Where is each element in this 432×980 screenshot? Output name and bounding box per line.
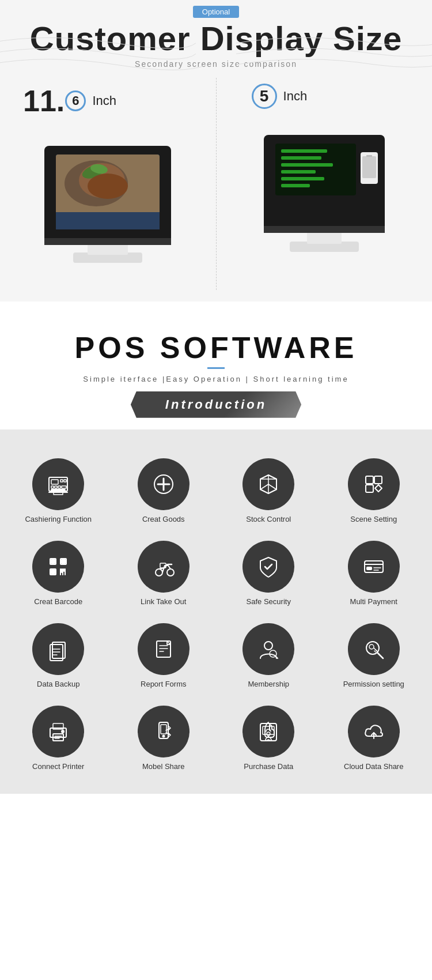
- svg-point-79: [264, 642, 272, 650]
- pos-small-svg: [249, 120, 399, 267]
- svg-point-61: [167, 569, 174, 576]
- scene-setting-icon-circle: [348, 458, 400, 510]
- pos-tagline: Simple iterface |Easy Operation | Short …: [12, 375, 420, 383]
- cashier-icon: [46, 472, 71, 497]
- svg-rect-46: [374, 476, 382, 484]
- feature-purchase-data: Purchase Data: [216, 700, 321, 777]
- data-backup-label: Data Backup: [37, 680, 79, 688]
- feature-safe-security: Safe Security: [216, 535, 321, 612]
- svg-rect-21: [281, 184, 310, 187]
- creat-barcode-icon-circle: [32, 541, 84, 593]
- svg-point-84: [369, 644, 374, 649]
- feature-membership: Membership: [216, 617, 321, 694]
- svg-line-83: [377, 653, 383, 658]
- pos-large-image: [6, 123, 210, 284]
- feature-report-forms: Report Forms: [111, 617, 217, 694]
- feature-cashiering-function: Cashiering Function: [6, 453, 111, 529]
- svg-rect-47: [366, 485, 373, 492]
- barcode-icon: [46, 554, 71, 579]
- scene-setting-label: Scene Setting: [350, 515, 397, 523]
- size-right-circle: 5: [252, 84, 277, 109]
- subtitle: Secondary screen size comparison: [0, 59, 432, 69]
- multi-payment-label: Multi Payment: [350, 597, 397, 606]
- size-comparison: 11.6 Inch: [0, 78, 432, 290]
- svg-rect-34: [51, 489, 65, 491]
- feature-data-backup: Data Backup: [6, 617, 111, 694]
- svg-rect-45: [366, 476, 373, 484]
- report-icon: [151, 636, 176, 662]
- creat-barcode-label: Creat Barcode: [34, 597, 82, 606]
- svg-rect-16: [281, 149, 327, 153]
- top-section: Optional Customer Display Size Secondary…: [0, 0, 432, 301]
- pos-software-title: POS SOFTWARE: [75, 330, 358, 369]
- link-take-out-label: Link Take Out: [141, 597, 186, 606]
- svg-rect-30: [51, 486, 54, 488]
- pos-small-image: [222, 114, 427, 275]
- key-icon: [361, 636, 386, 662]
- feature-creat-goods: Creat Goods: [111, 453, 217, 529]
- link-take-out-icon-circle: [138, 541, 190, 593]
- feature-permission-setting: Permission setting: [321, 617, 427, 694]
- cloud-data-share-icon-circle: [348, 706, 400, 757]
- intro-banner: Introduction: [131, 391, 301, 418]
- size-left-unit: Inch: [89, 93, 116, 108]
- size-left-circle: 6: [65, 91, 86, 111]
- svg-point-60: [156, 569, 162, 576]
- stock-control-label: Stock Control: [246, 515, 291, 523]
- multi-payment-icon-circle: [348, 541, 400, 593]
- size-left-number: 11.: [23, 84, 65, 118]
- size-left: 11.6 Inch: [0, 78, 217, 290]
- svg-rect-23: [362, 156, 376, 178]
- feature-link-take-out: Link Take Out: [111, 535, 217, 612]
- svg-rect-19: [281, 170, 316, 174]
- mobel-share-label: Mobel Share: [142, 762, 185, 771]
- svg-rect-25: [264, 226, 385, 233]
- safe-security-label: Safe Security: [247, 597, 291, 606]
- svg-rect-53: [62, 560, 65, 563]
- svg-line-43: [260, 484, 268, 489]
- svg-line-87: [374, 651, 376, 652]
- feature-scene-setting: Scene Setting: [321, 453, 427, 529]
- svg-rect-36: [54, 492, 63, 495]
- card-icon: [361, 554, 386, 579]
- connect-printer-label: Connect Printer: [32, 762, 84, 771]
- svg-point-9: [88, 174, 128, 199]
- membership-icon-circle: [242, 623, 294, 675]
- svg-rect-73: [157, 641, 170, 657]
- features-section: Cashiering Function Creat Goods: [0, 429, 432, 794]
- purchase-data-label: Purchase Data: [244, 762, 293, 771]
- mobel-share-icon-circle: [138, 706, 190, 757]
- size-right: 5 Inch: [217, 78, 433, 281]
- svg-line-44: [268, 484, 276, 489]
- cashiering-function-label: Cashiering Function: [25, 515, 92, 523]
- svg-rect-11: [44, 238, 171, 245]
- purchase-data-icon-circle: [242, 706, 294, 757]
- cashiering-function-icon-circle: [32, 458, 84, 510]
- box-icon: [256, 472, 281, 497]
- features-grid: Cashiering Function Creat Goods: [6, 447, 426, 782]
- stock-control-icon-circle: [242, 458, 294, 510]
- plus-icon: [151, 472, 176, 497]
- shield-icon: [256, 554, 281, 579]
- feature-multi-payment: Multi Payment: [321, 535, 427, 612]
- svg-point-93: [62, 730, 64, 733]
- feature-creat-barcode: Creat Barcode: [6, 535, 111, 612]
- feature-cloud-data-share: Cloud Data Share: [321, 700, 427, 777]
- svg-rect-10: [56, 212, 160, 229]
- svg-rect-65: [367, 567, 372, 570]
- data-backup-icon-circle: [32, 623, 84, 675]
- optional-badge: Optional: [193, 6, 239, 18]
- svg-rect-54: [51, 570, 55, 574]
- svg-rect-33: [62, 486, 66, 488]
- feature-mobel-share: Mobel Share: [111, 700, 217, 777]
- size-right-unit: Inch: [280, 89, 308, 104]
- svg-rect-28: [60, 480, 63, 482]
- svg-rect-20: [281, 177, 324, 180]
- svg-rect-63: [365, 561, 383, 572]
- permission-setting-label: Permission setting: [343, 680, 404, 688]
- scene-icon: [361, 472, 386, 497]
- pos-software-section: POS SOFTWARE Simple iterface |Easy Opera…: [0, 301, 432, 429]
- backup-icon: [46, 636, 71, 662]
- mobile-icon: [151, 719, 176, 744]
- report-forms-label: Report Forms: [141, 680, 186, 688]
